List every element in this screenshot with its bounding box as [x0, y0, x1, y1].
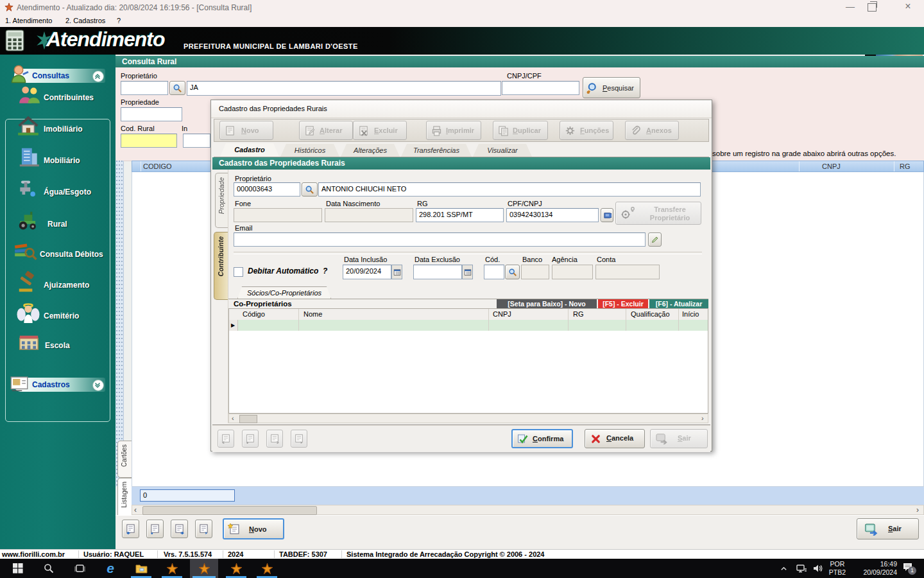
banco-input[interactable]	[521, 265, 549, 279]
notification-center-icon[interactable]: 1	[902, 562, 914, 573]
pesquisar-button[interactable]: Pesquisar	[583, 77, 640, 98]
record-last-button[interactable]	[195, 520, 212, 538]
grid-scroll-left-arrow[interactable]: ‹	[232, 414, 234, 422]
rg-input[interactable]: 298.201 SSP/MT	[416, 208, 504, 222]
dlg-record-prev-button[interactable]	[242, 430, 259, 448]
data-inclusao-calendar-button[interactable]	[391, 265, 402, 279]
volume-icon[interactable]	[810, 559, 826, 578]
scroll-left-arrow[interactable]: ‹	[134, 505, 137, 514]
proprietario-search-button[interactable]	[169, 81, 185, 95]
conta-input[interactable]	[595, 265, 660, 279]
task-view-icon[interactable]	[67, 559, 92, 578]
tab-alteracoes[interactable]: Alterações	[341, 144, 400, 157]
tab-historicos[interactable]: Históricos	[280, 144, 339, 157]
cpf-doc-button[interactable]	[601, 208, 613, 222]
cpf-cnpj-input[interactable]: 03942430134	[506, 208, 599, 222]
cnpj-cpf-input[interactable]	[502, 81, 579, 95]
menu-cadastros[interactable]: 2. Cadastros	[65, 17, 105, 24]
tab-transferencias[interactable]: Transferências	[401, 144, 472, 157]
cod-rural-input[interactable]	[121, 134, 177, 148]
grid-scroll-thumb[interactable]	[239, 415, 257, 423]
toolbar-funcoes-button[interactable]: Funções	[560, 121, 613, 140]
email-edit-button[interactable]	[648, 232, 662, 247]
tab-cartoes[interactable]: Cartões	[117, 441, 132, 478]
tab-socios-coproprietarios[interactable]: Sócios/Co-Proprietários	[237, 286, 331, 299]
minimize-button[interactable]: —	[839, 0, 861, 14]
close-button[interactable]: ×	[897, 0, 919, 14]
file-explorer-icon[interactable]	[128, 559, 154, 578]
network-icon[interactable]	[793, 559, 810, 578]
novo-button[interactable]: Novo	[223, 518, 284, 539]
side-tab-contribuinte[interactable]: Contribuinte	[214, 232, 228, 300]
fiorilli-app-icon-3[interactable]	[223, 559, 249, 578]
record-first-button[interactable]	[122, 520, 139, 538]
col-inicio[interactable]: Início	[682, 310, 699, 318]
dlg-proprietario-code-input[interactable]: 000003643	[234, 182, 300, 197]
empty-grid-row[interactable]	[238, 320, 708, 331]
data-inclusao-input[interactable]: 20/09/2024	[343, 265, 391, 279]
collapse-down-icon[interactable]	[92, 380, 104, 391]
data-nascimento-input[interactable]	[325, 208, 413, 222]
tab-cadastro[interactable]: Cadastro	[220, 143, 279, 157]
fone-input[interactable]	[234, 208, 322, 222]
tab-listagem[interactable]: Listagem	[117, 478, 132, 520]
scroll-right-arrow[interactable]: ›	[916, 505, 919, 514]
coproprietarios-grid[interactable]: Código Nome CNPJ RG Qualificação Início …	[228, 308, 708, 414]
dialog-titlebar[interactable]: Cadastro das Propriedades Rurais	[211, 100, 712, 118]
data-exclusao-calendar-button[interactable]	[462, 265, 473, 279]
dlg-proprietario-search-button[interactable]	[302, 182, 318, 197]
dlg-proprietario-name-input[interactable]: ANTONIO CHIUCHI NETO	[318, 182, 701, 197]
vertical-splitter[interactable]	[116, 161, 124, 487]
transfere-proprietario-button[interactable]: Transfere Proprietário	[615, 202, 701, 225]
dlg-sair-button[interactable]: Sair	[650, 429, 708, 448]
cod-search-button[interactable]	[505, 265, 520, 279]
main-sair-button[interactable]: Sair	[857, 518, 919, 539]
column-rg[interactable]: RG	[900, 162, 911, 170]
horizontal-scrollbar[interactable]: ‹ ›	[132, 505, 924, 515]
toolbar-excluir-button[interactable]: Excluir	[353, 121, 407, 140]
email-input[interactable]	[234, 232, 646, 247]
proprietario-code-input[interactable]	[121, 81, 168, 95]
fiorilli-app-icon-4[interactable]	[254, 559, 280, 578]
cancela-button[interactable]: Cancela	[585, 429, 645, 448]
col-nome[interactable]: Nome	[304, 310, 322, 318]
fiorilli-app-icon-2-active[interactable]	[190, 559, 218, 578]
record-next-button[interactable]	[171, 520, 188, 538]
dlg-record-first-button[interactable]	[218, 430, 234, 448]
start-button[interactable]	[5, 559, 31, 578]
confirma-button[interactable]: Confirma	[511, 429, 573, 448]
cod-input[interactable]	[484, 265, 504, 279]
toolbar-anexos-button[interactable]: Anexos	[625, 121, 679, 140]
menu-atendimento[interactable]: 1. Atendimento	[5, 17, 52, 24]
proprietario-name-input[interactable]: JA	[187, 81, 501, 96]
scroll-thumb[interactable]	[142, 506, 317, 515]
dlg-record-next-button[interactable]	[266, 430, 283, 448]
column-codigo[interactable]: CODIGO	[143, 162, 172, 170]
taskbar-search-icon[interactable]	[36, 559, 62, 578]
language-indicator[interactable]: POR PTB2	[826, 560, 848, 577]
toolbar-imprimir-button[interactable]: Imprimir	[426, 121, 481, 140]
col-cnpj[interactable]: CNPJ	[493, 310, 511, 318]
truncated-input[interactable]	[183, 134, 210, 148]
toolbar-alterar-button[interactable]: Alterar	[299, 121, 353, 140]
fiorilli-app-icon-1[interactable]	[159, 559, 185, 578]
toolbar-novo-button[interactable]: Novo	[219, 121, 273, 140]
data-exclusao-input[interactable]	[413, 265, 462, 279]
debitar-checkbox[interactable]	[234, 267, 243, 277]
col-codigo[interactable]: Código	[243, 310, 265, 318]
menu-help[interactable]: ?	[117, 17, 121, 24]
dlg-record-last-button[interactable]	[291, 430, 307, 448]
collapse-up-icon[interactable]	[92, 71, 104, 82]
record-prev-button[interactable]	[146, 520, 164, 538]
col-qualificacao[interactable]: Qualificação	[631, 310, 670, 318]
side-tab-propriedade[interactable]: Propriedade	[215, 173, 228, 228]
agencia-input[interactable]	[552, 265, 593, 279]
internet-explorer-icon[interactable]: e	[98, 559, 123, 578]
propriedade-input[interactable]	[121, 107, 182, 121]
restore-button[interactable]	[868, 3, 877, 12]
grid-horizontal-scrollbar[interactable]: ‹ ›	[228, 414, 708, 423]
tab-visualizar[interactable]: Visualizar	[473, 144, 532, 157]
column-cnpj[interactable]: CNPJ	[822, 162, 841, 170]
toolbar-duplicar-button[interactable]: Duplicar	[493, 121, 548, 140]
clock[interactable]: 16:49 20/09/2024	[851, 560, 897, 577]
